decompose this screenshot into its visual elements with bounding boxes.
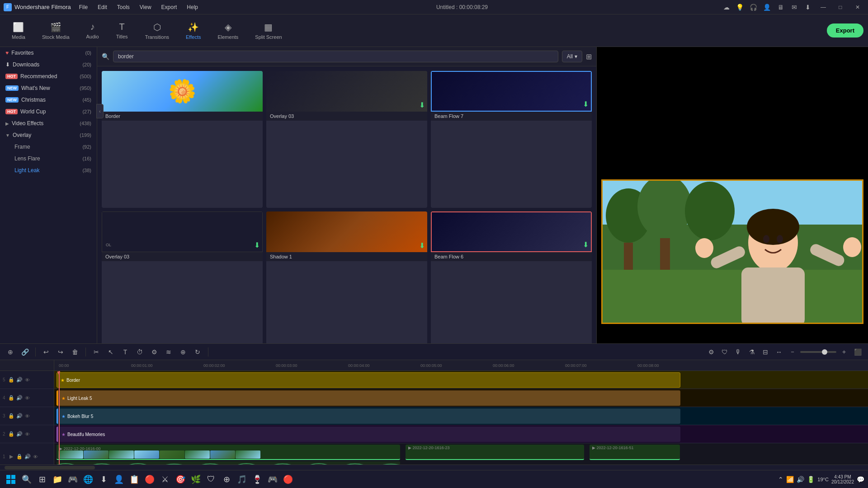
adjust-button[interactable]: ⚙ xyxy=(148,346,160,358)
menu-export[interactable]: Export xyxy=(157,2,182,12)
sidebar-item-christmas[interactable]: NEW Christmas (45) xyxy=(0,94,97,106)
clip-bokeh[interactable]: ★ Bokeh Blur 5 xyxy=(57,408,680,424)
scrollbar-thumb[interactable] xyxy=(5,466,95,469)
delete-button[interactable]: 🗑 xyxy=(69,346,81,358)
headphone-icon[interactable]: 🎧 xyxy=(749,2,759,12)
track-audio-icon-1[interactable]: 🔊 xyxy=(24,453,31,460)
task-view-button[interactable]: ⊞ xyxy=(35,473,49,486)
undo-button[interactable]: ↩ xyxy=(40,346,52,358)
clock-button[interactable]: ⏱ xyxy=(134,346,146,358)
clip-video-1[interactable]: ▶ 2022-12-20-1616-00 xyxy=(57,445,400,460)
file-explorer-icon[interactable]: 📁 xyxy=(51,473,64,486)
start-button[interactable] xyxy=(4,472,18,487)
clip-video-2[interactable]: ▶ 2022-12-20-1616-23 xyxy=(406,445,584,460)
settings-icon[interactable]: ⚙ xyxy=(705,346,717,358)
effect-card-beam-flow-7[interactable]: ⬇ Beam Flow 7 xyxy=(431,71,592,208)
clip-light-leak[interactable]: ★ Light Leak 5 xyxy=(57,390,680,406)
app-icon-5[interactable]: ⚔ xyxy=(158,473,172,486)
track-lock-icon-2[interactable]: 🔒 xyxy=(8,431,15,438)
close-button[interactable]: ✕ xyxy=(851,2,864,12)
arcade-icon[interactable]: 🎮 xyxy=(66,473,80,486)
tool-split-screen[interactable]: ▦ Split Screen xyxy=(248,16,289,45)
link-button[interactable]: 🔗 xyxy=(19,346,31,358)
cursor-button[interactable]: ↖ xyxy=(105,346,117,358)
filter-button[interactable]: ⚗ xyxy=(746,346,758,358)
tray-chevron[interactable]: ⌃ xyxy=(778,476,783,483)
tool-effects[interactable]: ✨ Effects xyxy=(179,16,208,45)
sidebar-item-whats-new[interactable]: NEW What's New (950) xyxy=(0,82,97,94)
zoom-minus[interactable]: － xyxy=(787,346,798,358)
system-clock[interactable]: 4:43 PM 20/12/2022 xyxy=(831,474,854,484)
tool-audio[interactable]: ♪ Audio xyxy=(79,16,106,45)
sidebar-item-lens-flare[interactable]: Lens Flare (16) xyxy=(0,153,97,164)
app-icon-4[interactable]: 🔴 xyxy=(143,473,156,486)
waveform-button[interactable]: ≋ xyxy=(163,346,175,358)
app-icon-6[interactable]: 🎯 xyxy=(174,473,187,486)
track-eye-icon-3[interactable]: 👁 xyxy=(24,413,31,420)
effect-card-shadow-1[interactable]: ⬇ Shadow 1 xyxy=(266,211,427,348)
text-button[interactable]: T xyxy=(119,346,131,358)
minimize-button[interactable]: — xyxy=(816,2,830,12)
sidebar-item-light-leak[interactable]: Light Leak (38) xyxy=(0,164,97,176)
track-eye-icon-2[interactable]: 👁 xyxy=(24,431,31,438)
search-input[interactable] xyxy=(113,51,558,62)
export-button[interactable]: Export xyxy=(827,23,863,38)
zoom-plus[interactable]: ＋ xyxy=(838,346,850,358)
shield-button[interactable]: 🛡 xyxy=(719,346,731,358)
clip-memories[interactable]: ★ Beautifu Memories xyxy=(57,427,680,442)
sidebar-item-frame[interactable]: Frame (92) xyxy=(0,141,97,153)
tool-stock-media[interactable]: 🎬 Stock Media xyxy=(35,16,77,45)
track-audio-icon-4[interactable]: 🔊 xyxy=(16,394,23,402)
download-icon[interactable]: ⬇ xyxy=(803,2,813,12)
track-eye-icon-4[interactable]: 👁 xyxy=(24,394,31,402)
app-icon-3[interactable]: 📋 xyxy=(127,473,141,486)
grid-view-icon[interactable]: ⊞ xyxy=(586,52,592,61)
sidebar-item-video-effects[interactable]: ▶ Video Effects (438) xyxy=(0,117,97,129)
menu-view[interactable]: View xyxy=(135,2,156,12)
track-lock-icon-1[interactable]: 🔒 xyxy=(16,453,23,460)
user-icon[interactable]: 👤 xyxy=(762,2,772,12)
tray-icon-1[interactable]: 📶 xyxy=(786,476,794,483)
maximize-button[interactable]: □ xyxy=(834,2,847,12)
mic-button[interactable]: 🎙 xyxy=(732,346,744,358)
menu-file[interactable]: File xyxy=(75,2,92,12)
track-area[interactable]: 00:00 00:00:01:00 00:00:02:00 00:00:03:0… xyxy=(54,360,868,465)
timeline-scrollbar[interactable] xyxy=(0,465,868,470)
app-icon-2[interactable]: 👤 xyxy=(112,473,126,486)
sidebar-item-overlay[interactable]: ▼ Overlay (199) xyxy=(0,129,97,141)
track-audio-icon-2[interactable]: 🔊 xyxy=(16,431,23,438)
menu-help[interactable]: Help xyxy=(182,2,203,12)
cut-button[interactable]: ✂ xyxy=(90,346,102,358)
sidebar-item-favorites[interactable]: ♥ Favorites (0) xyxy=(0,47,97,59)
track-lock-icon-5[interactable]: 🔒 xyxy=(8,376,15,384)
app-icon-8[interactable]: 🛡 xyxy=(204,473,218,486)
effect-card-overlay03-2[interactable]: OL ⬇ Overlay 03 xyxy=(102,211,263,348)
track-lock-icon-4[interactable]: 🔒 xyxy=(8,394,15,402)
tool-transitions[interactable]: ⬡ Transitions xyxy=(138,16,176,45)
fullscreen-button[interactable]: ⬛ xyxy=(852,346,863,358)
filter-dropdown[interactable]: All ▾ xyxy=(562,51,582,62)
chrome-icon[interactable]: 🌐 xyxy=(81,473,95,486)
clip-border[interactable]: ★ Border xyxy=(57,372,680,388)
redo-button[interactable]: ↪ xyxy=(55,346,66,358)
app-icon-9[interactable]: ⊕ xyxy=(220,473,233,486)
app-icon-12[interactable]: 🎮 xyxy=(266,473,279,486)
collapse-sidebar-button[interactable]: ‹ xyxy=(96,104,104,118)
app-icon-7[interactable]: 🌿 xyxy=(189,473,203,486)
tray-icon-3[interactable]: 🔋 xyxy=(807,476,815,483)
menu-edit[interactable]: Edit xyxy=(93,2,112,12)
track-audio-icon-5[interactable]: 🔊 xyxy=(16,376,23,384)
app-icon-13[interactable]: 🔴 xyxy=(281,473,295,486)
sidebar-item-world-cup[interactable]: HOT World Cup (27) xyxy=(0,106,97,117)
cloud-icon[interactable]: ☁ xyxy=(722,2,731,12)
track-play-icon-1[interactable]: ▶ xyxy=(8,453,15,460)
sidebar-item-downloads[interactable]: ⬇ Downloads (20) xyxy=(0,59,97,70)
effect-card-overlay03-1[interactable]: ⬇ Overlay 03 xyxy=(266,71,427,208)
track-audio-icon-3[interactable]: 🔊 xyxy=(16,413,23,420)
clip-video-3[interactable]: ▶ 2022-12-20-1616-51 xyxy=(590,445,680,460)
tool-media[interactable]: ⬜ Media xyxy=(5,16,33,45)
track-eye-icon-5[interactable]: 👁 xyxy=(24,376,31,384)
add-media-button[interactable]: ⊕ xyxy=(5,346,16,358)
loop-button[interactable]: ↔ xyxy=(773,346,785,358)
tool-elements[interactable]: ◈ Elements xyxy=(210,16,245,45)
